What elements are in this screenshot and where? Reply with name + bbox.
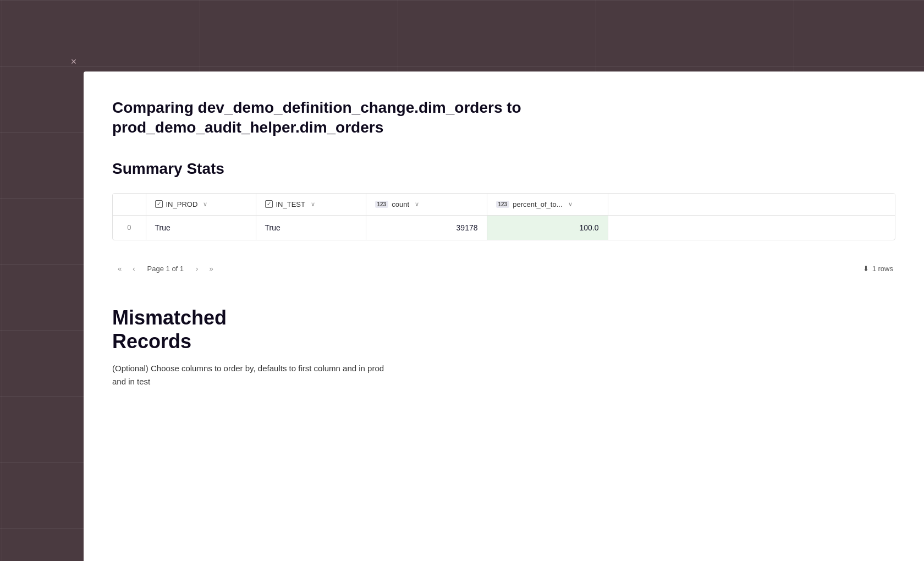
col-in-test-label: IN_TEST xyxy=(276,200,305,208)
prev-page-button[interactable]: ‹ xyxy=(129,262,138,275)
col-header-index xyxy=(113,194,146,216)
col-percent-label: percent_of_to... xyxy=(513,200,562,208)
table-header-row: IN_PROD ∨ IN_TEST ∨ 123 xyxy=(113,194,895,216)
first-page-button[interactable]: « xyxy=(114,262,125,275)
download-button[interactable]: ⬇ 1 rows xyxy=(863,265,893,273)
col-count-label: count xyxy=(392,200,409,208)
pagination-bar: « ‹ Page 1 of 1 › » ⬇ 1 rows xyxy=(112,258,895,279)
page-title: Comparing dev_demo_definition_change.dim… xyxy=(112,98,607,138)
cell-in-prod: True xyxy=(146,215,256,240)
next-page-button[interactable]: › xyxy=(193,262,201,275)
cell-extra xyxy=(608,215,895,240)
last-page-button[interactable]: » xyxy=(206,262,216,275)
col-in-prod-label: IN_PROD xyxy=(166,200,198,208)
summary-stats-title: Summary Stats xyxy=(112,160,895,178)
download-icon: ⬇ xyxy=(863,265,869,273)
close-button[interactable]: × xyxy=(67,55,80,68)
rows-count-label: 1 rows xyxy=(872,265,893,273)
col-header-in-prod[interactable]: IN_PROD ∨ xyxy=(146,194,256,216)
mismatched-records-title: MismatchedRecords xyxy=(112,306,895,353)
col-header-count[interactable]: 123 count ∨ xyxy=(366,194,487,216)
chevron-in-test-icon: ∨ xyxy=(311,201,315,208)
dtype-percent-badge: 123 xyxy=(496,201,510,208)
close-icon: × xyxy=(71,56,77,68)
mismatched-records-description: (Optional) Choose columns to order by, d… xyxy=(112,362,387,388)
col-header-percent[interactable]: 123 percent_of_to... ∨ xyxy=(487,194,608,216)
dtype-count-badge: 123 xyxy=(375,201,389,208)
pagination-controls: « ‹ Page 1 of 1 › » xyxy=(114,262,217,275)
checkbox-in-prod-icon xyxy=(155,200,163,208)
col-header-in-test[interactable]: IN_TEST ∨ xyxy=(256,194,366,216)
cell-index: 0 xyxy=(113,215,146,240)
summary-stats-table: IN_PROD ∨ IN_TEST ∨ 123 xyxy=(112,193,895,240)
cell-percent: 100.0 xyxy=(487,215,608,240)
table-row: 0 True True 39178 100.0 xyxy=(113,215,895,240)
checkbox-in-test-icon xyxy=(265,200,273,208)
modal-panel: Comparing dev_demo_definition_change.dim… xyxy=(84,72,924,561)
chevron-count-icon: ∨ xyxy=(415,201,419,208)
mismatched-records-section: MismatchedRecords (Optional) Choose colu… xyxy=(112,306,895,388)
chevron-percent-icon: ∨ xyxy=(568,201,573,208)
cell-count: 39178 xyxy=(366,215,487,240)
page-info-label: Page 1 of 1 xyxy=(147,265,184,273)
col-header-extra xyxy=(608,194,895,216)
cell-in-test: True xyxy=(256,215,366,240)
chevron-in-prod-icon: ∨ xyxy=(203,201,207,208)
